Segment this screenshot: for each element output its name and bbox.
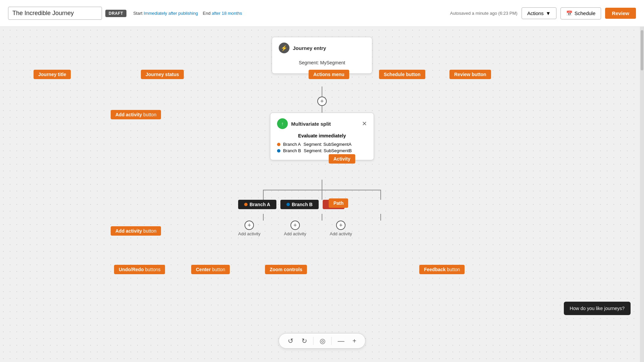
v-conn-b (322, 214, 322, 221)
branch-b-dot (277, 149, 280, 153)
branch-a-dot (277, 143, 280, 146)
feedback-button[interactable]: How do you like journeys? (564, 302, 631, 315)
add-activity-label-a: Add activity (238, 231, 260, 236)
branch-a-badge[interactable]: Branch A (238, 200, 276, 209)
branch-b-badge-label: Branch B (292, 202, 313, 207)
branch-right-v (380, 190, 381, 200)
split-icon: ↑ (277, 118, 288, 129)
branch-a-badge-dot (244, 203, 248, 206)
annotation-journey-title: Journey title (34, 70, 71, 79)
review-button[interactable]: Review (605, 8, 636, 19)
v-conn-a (263, 214, 264, 221)
actions-chevron-icon: ▼ (546, 10, 551, 16)
start-label: Start (133, 11, 142, 16)
add-activity-b: + Add activity (284, 221, 306, 236)
toolbar-divider-2 (331, 337, 332, 345)
branch-b-badge[interactable]: Branch B (280, 200, 319, 209)
undo-button[interactable]: ↺ (286, 336, 296, 346)
connector-3 (322, 180, 322, 190)
scrollbar-thumb[interactable] (641, 30, 643, 70)
branch-b-row: Branch B Segment: SubSegmentB (277, 148, 367, 153)
branch-a-row: Branch A Segment: SubSegmentA (277, 142, 367, 147)
branch-center-v (322, 190, 322, 200)
lightning-icon: ⚡ (281, 45, 287, 51)
annotation-actions-menu: Actions menu (309, 70, 349, 79)
add-activity-button-top[interactable]: + (317, 97, 327, 106)
topbar: DRAFT Start Immediately after publishing… (0, 0, 644, 27)
review-label: Review (612, 10, 629, 16)
autosaved-text: Autosaved a minute ago (6:23 PM) (450, 11, 518, 16)
annotation-zoom-controls: Zoom controls (265, 265, 307, 274)
split-arrow-icon: ↑ (281, 121, 284, 126)
split-title: Multivariate split (291, 121, 331, 127)
actions-menu-button[interactable]: Actions ▼ (522, 7, 556, 19)
center-button[interactable]: ◎ (318, 336, 327, 346)
zoom-in-button[interactable]: + (351, 337, 359, 346)
branch-b-label: Branch B (283, 148, 301, 153)
add-activity-label-else: Add activity (330, 231, 352, 236)
end-label: End (203, 11, 211, 16)
annotation-add-activity-bottom: Add activity button (111, 226, 161, 236)
plus-icon-top[interactable]: + (317, 97, 327, 106)
annotation-journey-status: Journey status (141, 70, 184, 79)
branch-left-v (263, 190, 264, 200)
journey-dates: Start Immediately after publishing End a… (133, 11, 242, 16)
add-activity-row: + Add activity + Add activity + Add acti… (238, 221, 352, 236)
evaluate-label: Evaluate immediately (277, 133, 367, 138)
v-conn-else (380, 214, 381, 221)
annotation-path: Path (329, 198, 348, 208)
journey-entry-node: ⚡ Journey entry Segment: MySegment (272, 37, 372, 74)
end-link[interactable]: after 18 months (212, 11, 242, 16)
split-header: ↑ Multivariate split ✕ (277, 118, 367, 129)
add-activity-label-b: Add activity (284, 231, 306, 236)
entry-header: ⚡ Journey entry (279, 43, 365, 53)
add-activity-else: + Add activity (330, 221, 352, 236)
branch-a-label: Branch A (283, 142, 301, 147)
add-activity-button-b[interactable]: + (290, 221, 300, 230)
branch-a-segment: Segment: SubSegmentA (304, 142, 352, 147)
annotation-feedback-btn: Feedback button (419, 265, 465, 274)
branch-a-badge-label: Branch A (250, 202, 270, 207)
calendar-icon: 📅 (566, 10, 573, 16)
entry-segment: Segment: MySegment (279, 57, 365, 68)
split-close-button[interactable]: ✕ (362, 120, 367, 127)
schedule-label: Schedule (575, 10, 596, 16)
connector-2 (322, 106, 322, 113)
actions-label: Actions (527, 10, 544, 16)
add-activity-a: + Add activity (238, 221, 260, 236)
branch-b-segment: Segment: SubSegmentB (304, 148, 352, 153)
bottom-toolbar: ↺ ↻ ◎ — + (279, 333, 366, 349)
annotation-add-activity-top: Add activity button (111, 110, 161, 119)
multivariate-split-node: ↑ Multivariate split ✕ Evaluate immediat… (270, 113, 374, 160)
feedback-label: How do you like journeys? (570, 306, 625, 311)
split-card[interactable]: ↑ Multivariate split ✕ Evaluate immediat… (270, 113, 374, 160)
annotation-activity: Activity (329, 154, 355, 164)
connector-1 (322, 86, 322, 97)
annotation-center-btn: Center button (191, 265, 230, 274)
draft-badge: DRAFT (105, 10, 126, 17)
annotation-schedule-btn: Schedule button (379, 70, 425, 79)
annotation-undo-redo: Undo/Redo buttons (114, 265, 165, 274)
add-activity-button-a[interactable]: + (245, 221, 254, 230)
entry-icon: ⚡ (279, 43, 289, 53)
entry-title: Journey entry (293, 45, 326, 51)
branch-b-badge-dot (286, 203, 290, 206)
zoom-out-button[interactable]: — (336, 337, 346, 346)
redo-button[interactable]: ↻ (300, 336, 309, 346)
journey-title-input[interactable] (8, 7, 102, 20)
annotation-review-btn: Review button (449, 70, 491, 79)
journey-canvas[interactable]: ⚡ Journey entry Segment: MySegment + ↑ M… (0, 27, 644, 362)
topbar-right: Autosaved a minute ago (6:23 PM) Actions… (450, 7, 636, 19)
start-link[interactable]: Immediately after publishing (144, 11, 198, 16)
add-activity-button-else[interactable]: + (336, 221, 345, 230)
entry-card[interactable]: ⚡ Journey entry Segment: MySegment (272, 37, 372, 74)
schedule-button[interactable]: 📅 Schedule (560, 7, 601, 19)
scrollbar[interactable] (640, 27, 644, 362)
toolbar-divider-1 (313, 337, 314, 345)
